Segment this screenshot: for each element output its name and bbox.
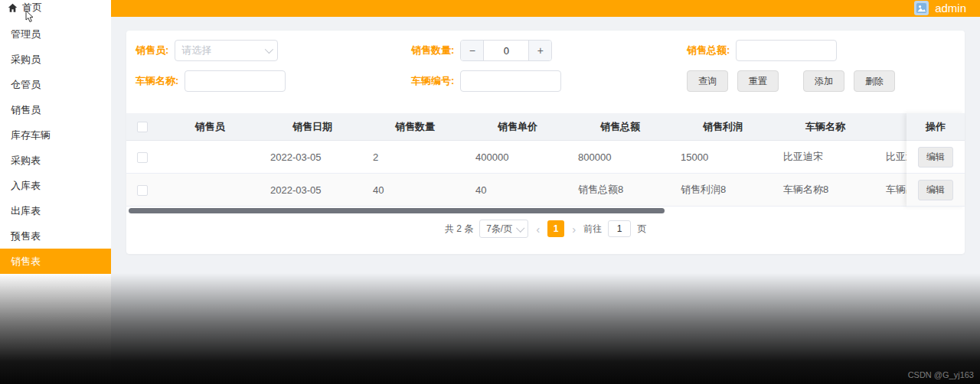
total-input[interactable] (736, 40, 837, 61)
sidebar-item-purchaser[interactable]: 采购员 (0, 47, 111, 72)
page-size-value: 7条/页 (486, 223, 512, 236)
chevron-down-icon (265, 45, 273, 54)
header-vehicle-name: 车辆名称 (774, 120, 877, 134)
cell-sale-date: 2022-03-05 (261, 184, 364, 196)
sidebar-menu: 管理员 采购员 仓管员 销售员 库存车辆 采购表 入库表 出库表 预售表 销售表 (0, 21, 111, 274)
home-icon (8, 3, 18, 13)
quantity-label: 销售数量: (411, 44, 454, 57)
vehicle-name-label: 车辆名称: (136, 74, 178, 88)
action-cell: 编辑 (906, 141, 965, 174)
cell-unit-price: 400000 (466, 151, 569, 163)
header-sale-qty: 销售数量 (364, 120, 466, 134)
cell-sale-profit: 销售利润8 (671, 183, 774, 197)
salesperson-select-placeholder: 请选择 (181, 44, 211, 57)
vehicle-no-label: 车辆编号: (411, 74, 454, 88)
pagination-total: 共 2 条 (445, 223, 473, 236)
main-content: 销售员: 请选择 销售数量: − + 销售总额: 车辆 (111, 17, 980, 384)
cell-unit-price: 40 (466, 184, 569, 196)
cell-sale-total: 800000 (569, 151, 671, 163)
header-salesperson: 销售员 (158, 120, 261, 134)
goto-prefix-label: 前往 (583, 223, 602, 236)
quantity-increase-button[interactable]: + (528, 41, 551, 60)
header-sale-total: 销售总额 (569, 120, 671, 134)
cell-sale-qty: 40 (364, 184, 466, 196)
sidebar-item-purchase-table[interactable]: 采购表 (0, 148, 111, 173)
filter-vehicle-no: 车辆编号: (411, 70, 561, 92)
table-row: 2022-03-05 2 400000 800000 15000 比亚迪宋 比亚… (126, 141, 965, 174)
row-checkbox[interactable] (137, 152, 148, 163)
sidebar-item-inbound-table[interactable]: 入库表 (0, 173, 111, 198)
add-button[interactable]: 添加 (803, 70, 844, 92)
filter-salesperson: 销售员: 请选择 (136, 40, 278, 61)
avatar (914, 1, 929, 15)
app-root: 首页 管理员 采购员 仓管员 销售员 库存车辆 采购表 入库表 出库表 预售表 … (0, 0, 980, 384)
pagination: 共 2 条 7条/页 ‹ 1 › 前往 页 (126, 220, 965, 238)
salesperson-select[interactable]: 请选择 (175, 40, 278, 61)
action-column: 操作 编辑 编辑 (906, 113, 965, 207)
goto-suffix-label: 页 (637, 223, 646, 236)
vehicle-name-input[interactable] (185, 70, 286, 92)
row-checkbox[interactable] (137, 185, 148, 196)
header-sale-date: 销售日期 (261, 120, 364, 134)
cell-sale-total: 销售总额8 (569, 183, 671, 197)
sidebar-item-warehouse-keeper[interactable]: 仓管员 (0, 72, 111, 97)
quantity-decrease-button[interactable]: − (461, 41, 484, 60)
query-button[interactable]: 查询 (687, 70, 728, 92)
user-menu[interactable]: admin (914, 1, 966, 15)
sidebar-item-home[interactable]: 首页 (0, 0, 111, 15)
cell-vehicle-name: 比亚迪宋 (774, 150, 877, 164)
edit-button[interactable]: 编辑 (918, 147, 953, 168)
salesperson-label: 销售员: (136, 44, 168, 57)
filter-total: 销售总额: (687, 40, 837, 61)
total-label: 销售总额: (687, 44, 730, 57)
sidebar-home-label: 首页 (22, 1, 42, 15)
topbar: admin (111, 0, 980, 17)
delete-button[interactable]: 删除 (854, 70, 895, 92)
sidebar-item-admin[interactable]: 管理员 (0, 21, 111, 47)
horizontal-scrollbar[interactable] (129, 208, 665, 213)
vehicle-no-input[interactable] (460, 70, 561, 92)
reset-button[interactable]: 重置 (737, 70, 779, 92)
select-all-checkbox[interactable] (137, 122, 148, 132)
page-number-button[interactable]: 1 (547, 220, 564, 237)
sidebar-item-presale-table[interactable]: 预售表 (0, 223, 111, 249)
sidebar-item-inventory-vehicles[interactable]: 库存车辆 (0, 122, 111, 148)
cell-sale-date: 2022-03-05 (261, 151, 364, 163)
prev-page-button[interactable]: ‹ (534, 223, 541, 236)
sidebar-item-outbound-table[interactable]: 出库表 (0, 198, 111, 223)
table-scroll-area: 销售员 销售日期 销售数量 销售单价 销售总额 销售利润 车辆名称 车辆品牌 (126, 113, 965, 207)
chevron-down-icon (516, 224, 524, 233)
quantity-stepper: − + (460, 40, 552, 61)
cell-vehicle-name: 车辆名称8 (774, 183, 877, 197)
filter-vehicle-name: 车辆名称: (136, 70, 286, 92)
sales-table-card: 销售员: 请选择 销售数量: − + 销售总额: 车辆 (126, 31, 965, 254)
next-page-button[interactable]: › (570, 223, 577, 236)
sidebar: 首页 管理员 采购员 仓管员 销售员 库存车辆 采购表 入库表 出库表 预售表 … (0, 0, 111, 384)
sidebar-item-sales-table[interactable]: 销售表 (0, 249, 111, 274)
header-sale-profit: 销售利润 (671, 120, 774, 134)
sales-table: 销售员 销售日期 销售数量 销售单价 销售总额 销售利润 车辆名称 车辆品牌 (126, 113, 965, 207)
table-row: 2022-03-05 40 40 销售总额8 销售利润8 车辆名称8 车辆品牌 (126, 174, 965, 207)
page-size-select[interactable]: 7条/页 (479, 220, 528, 238)
username-label: admin (935, 2, 966, 15)
header-unit-price: 销售单价 (466, 120, 569, 134)
edit-button[interactable]: 编辑 (918, 180, 953, 200)
action-buttons: 查询 重置 添加 删除 (687, 70, 895, 92)
goto-page-input[interactable] (608, 220, 631, 237)
sidebar-item-salesperson[interactable]: 销售员 (0, 97, 111, 122)
filter-quantity: 销售数量: − + (411, 40, 552, 61)
cell-sale-qty: 2 (364, 151, 466, 163)
action-cell: 编辑 (906, 174, 965, 207)
quantity-input[interactable] (484, 41, 528, 60)
header-action: 操作 (906, 113, 965, 141)
table-header-row: 销售员 销售日期 销售数量 销售单价 销售总额 销售利润 车辆名称 车辆品牌 (126, 113, 965, 141)
cell-sale-profit: 15000 (671, 151, 774, 163)
